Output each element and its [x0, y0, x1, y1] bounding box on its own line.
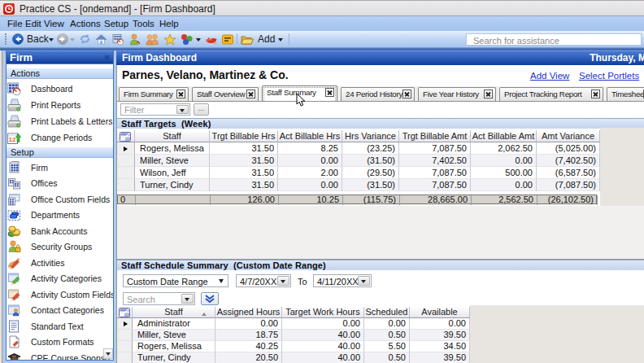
svg-text:12: 12 — [9, 136, 16, 143]
